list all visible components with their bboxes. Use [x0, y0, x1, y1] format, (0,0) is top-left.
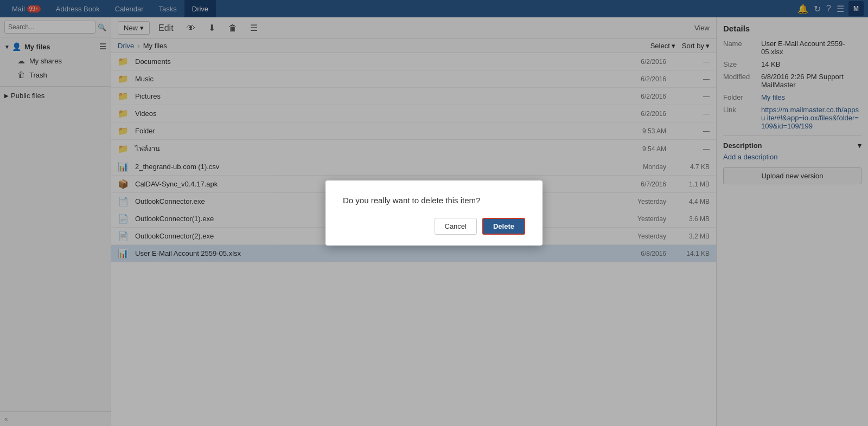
- dialog-buttons: Cancel Delete: [343, 218, 525, 235]
- dialog-overlay[interactable]: Do you really want to delete this item? …: [0, 0, 868, 426]
- delete-button[interactable]: Delete: [482, 218, 525, 235]
- dialog-message: Do you really want to delete this item?: [343, 196, 525, 205]
- delete-dialog: Do you really want to delete this item? …: [326, 180, 542, 246]
- cancel-button[interactable]: Cancel: [435, 218, 477, 235]
